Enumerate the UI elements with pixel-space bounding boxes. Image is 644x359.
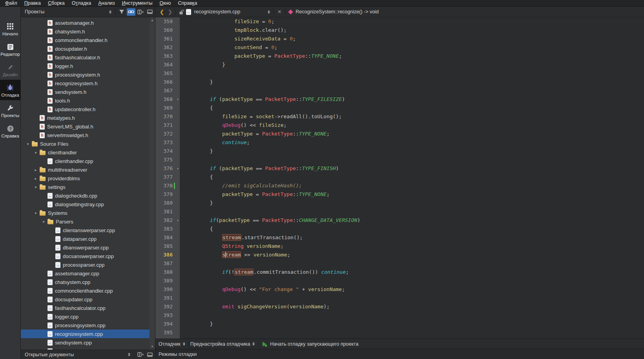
tree-item[interactable]: ↔clientanswerparser.cpp [21,226,155,234]
code-line[interactable]: 363 packetType = PacketType::TYPE_NONE; [155,52,644,60]
code-line[interactable]: 381 [155,207,644,216]
navigate-back-icon[interactable]: ❮ [158,9,166,15]
close-panel-icon[interactable] [146,351,154,358]
code-line[interactable]: 391 [155,294,644,302]
menu-item[interactable]: Отладка [68,0,95,6]
code-line[interactable]: 365 [155,69,644,78]
tree-item[interactable]: hcommonclienthandler.h [21,36,155,44]
panel-select-arrows-icon[interactable] [109,10,111,14]
line-number[interactable]: 375 [155,156,180,164]
chevron-down-icon[interactable]: ▾ [40,220,47,224]
tree-item[interactable]: ↔dataparser.cpp [21,234,155,243]
line-number[interactable]: 392 [155,302,180,311]
line-number[interactable]: 390 [155,285,180,294]
tree-item[interactable]: ↔processingsystem.cpp [21,321,155,330]
tree-item[interactable]: ▾clienthandler [21,148,155,157]
code-line[interactable]: 392 emit sigChangeVersion(versionName); [155,302,644,311]
code-line[interactable]: 393 [155,311,644,320]
line-number[interactable]: 359 [155,17,180,26]
current-line-number[interactable]: 386 [155,251,180,259]
tree-item[interactable]: ↔dbanswerparser.cpp [21,243,155,252]
tree-item[interactable]: hmetatypes.h [21,114,155,122]
debugger-preset-combo[interactable]: Преднастройка отладчика [190,341,250,347]
fold-marker-icon[interactable]: ▾ [177,216,179,225]
line-number[interactable]: 383 [155,225,180,233]
preset-combo-arrows-icon[interactable] [252,342,255,346]
navigate-forward-icon[interactable]: ❯ [166,9,174,15]
code-line[interactable]: 388 if(!stream.commitTransaction()) cont… [155,268,644,277]
line-number[interactable]: 394 [155,320,180,328]
line-number[interactable]: 385 [155,242,180,251]
current-symbol[interactable]: RecognizeSystem::recognize() -> void [296,9,379,15]
tree-item[interactable]: ↔tools.cpp [21,347,155,350]
close-document-icon[interactable]: ✕ [275,9,284,15]
sync-with-editor-icon[interactable] [127,8,135,16]
tree-item[interactable]: hfasthashcalculator.h [21,53,155,62]
code-line[interactable]: 374 } [155,147,644,156]
code-line[interactable]: 361 sizeReceiveData = 0; [155,35,644,43]
line-number[interactable]: 393 [155,311,180,320]
code-line[interactable]: 375 [155,156,644,164]
code-line[interactable]: 360 tmpBlock.clear(); [155,26,644,35]
code-line[interactable]: 383 { [155,225,644,233]
line-number[interactable]: 387 [155,259,180,268]
chevron-down-icon[interactable]: ▾ [32,185,40,189]
line-number[interactable]: 377 [155,173,180,181]
line-number[interactable]: 372 [155,130,180,138]
code-line[interactable]: 389 [155,277,644,285]
start-debugging-icon[interactable] [261,341,268,347]
tree-item[interactable]: hchatsystem.h [21,27,155,36]
line-number[interactable]: 381 [155,207,180,216]
fold-marker-icon[interactable]: ▾ [177,164,179,173]
line-number[interactable]: 369 [155,104,180,112]
chevron-down-icon[interactable]: ▾ [32,150,40,155]
menu-item[interactable]: Правка [21,0,44,6]
projects-panel-title[interactable]: Проекты [25,9,107,15]
start-debugging-label[interactable]: Начать отладку запускающего проекта [270,341,358,347]
code-line[interactable]: 386 stream >> versionName; [155,251,644,259]
close-panel-icon[interactable] [146,8,154,16]
chevron-right-icon[interactable]: ▸ [32,176,40,181]
tree-item[interactable]: ↔dialogcheckdb.cpp [21,191,155,200]
line-number[interactable]: 363 [155,52,180,60]
tree-item[interactable]: ↔docsanswerparser.cpp [21,252,155,260]
line-number[interactable]: 374 [155,147,180,156]
code-line[interactable]: 362 countSend = 0; [155,43,644,52]
code-line[interactable]: 377 { [155,173,644,181]
tree-item[interactable]: ↔recognizesystem.cpp [21,330,155,338]
tree-item[interactable]: hupdatecontroller.h [21,105,155,114]
tree-item[interactable]: hserverlmswidget.h [21,131,155,139]
code-editor[interactable]: 359 fileSize = 0;360 tmpBlock.clear();36… [155,17,644,339]
tree-item[interactable]: ↔assetsmanager.cpp [21,269,155,278]
tree-item[interactable]: ↔chatsystem.cpp [21,278,155,286]
debugger-combo-arrows-icon[interactable] [183,342,185,346]
tree-scrollbar[interactable]: ▲ ▼ [150,17,155,350]
tree-item[interactable]: ▾Parsers [21,217,155,226]
file-dropdown-icon[interactable] [268,10,270,14]
tree-item[interactable]: ↔fasthashcalculator.cpp [21,304,155,312]
line-number[interactable]: 379 [155,190,180,199]
chevron-down-icon[interactable]: ▾ [24,142,32,146]
line-number[interactable]: 389 [155,277,180,285]
code-line[interactable]: 367 [155,86,644,95]
line-number[interactable]: 395 [155,328,180,337]
line-number[interactable]: 368▾ [155,95,180,104]
line-number[interactable]: 373 [155,138,180,147]
tree-item[interactable]: hrecognizesystem.h [21,79,155,88]
tree-item[interactable]: hprocessingsystem.h [21,70,155,79]
line-number[interactable]: 360 [155,26,180,35]
code-line[interactable]: 384 stream.startTransaction(); [155,233,644,242]
code-line[interactable]: 368▾ if (packetType == PacketType::TYPE_… [155,95,644,104]
filter-icon[interactable] [117,8,126,16]
menu-item[interactable]: Анализ [95,0,118,6]
mode-item-welcome[interactable]: Начало [0,18,20,39]
tree-item[interactable]: ▾Systems [21,209,155,217]
code-line[interactable]: 364 } [155,60,644,69]
line-number[interactable]: 370 [155,112,180,121]
split-panel-icon[interactable] [136,351,145,358]
line-number[interactable]: 380 [155,199,180,207]
tree-item[interactable]: hlogger.h [21,62,155,70]
tree-item[interactable]: ▸multithreadserver [21,165,155,174]
tree-item[interactable]: ▾Source Files [21,139,155,148]
debugger-combo[interactable]: Отладчик [159,341,181,347]
